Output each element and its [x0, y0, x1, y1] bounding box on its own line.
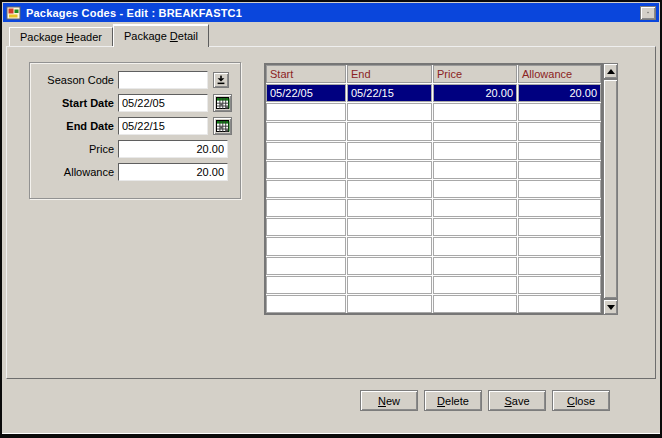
- table-cell[interactable]: [433, 122, 517, 140]
- end-date-label: End Date: [30, 120, 114, 132]
- table-cell[interactable]: [347, 295, 432, 313]
- table-cell[interactable]: [266, 276, 346, 294]
- calendar-icon[interactable]: [213, 94, 232, 112]
- allowance-label: Allowance: [30, 166, 114, 178]
- table-cell[interactable]: [347, 199, 432, 217]
- table-cell[interactable]: [518, 122, 601, 140]
- table-cell-selected[interactable]: 20.00: [518, 84, 601, 102]
- table-cell[interactable]: [266, 257, 346, 275]
- table-cell[interactable]: [266, 161, 346, 179]
- price-label: Price: [30, 143, 114, 155]
- column-header-end: End: [347, 65, 432, 83]
- table-cell[interactable]: [433, 199, 517, 217]
- season-code-label: Season Code: [30, 74, 114, 86]
- start-date-input[interactable]: [118, 94, 208, 112]
- close-button[interactable]: Close: [552, 390, 610, 411]
- table-cell[interactable]: [518, 257, 601, 275]
- table-cell[interactable]: [266, 142, 346, 160]
- table-cell[interactable]: [347, 237, 432, 255]
- table-cell[interactable]: [266, 295, 346, 313]
- dropdown-arrow-icon[interactable]: [213, 72, 229, 88]
- table-cell-selected[interactable]: 20.00: [433, 84, 517, 102]
- table-cell[interactable]: [347, 103, 432, 121]
- table-cell[interactable]: [347, 276, 432, 294]
- scroll-up-arrow-icon[interactable]: [603, 63, 618, 79]
- table-cell[interactable]: [266, 237, 346, 255]
- table-cell[interactable]: [266, 199, 346, 217]
- end-date-input[interactable]: [118, 117, 208, 135]
- table-cell[interactable]: [347, 122, 432, 140]
- allowance-input[interactable]: [118, 163, 228, 181]
- table-cell[interactable]: [433, 257, 517, 275]
- scrollbar-thumb[interactable]: [603, 79, 618, 299]
- tab-package-header[interactable]: Package Header: [9, 27, 113, 46]
- allowance-row: Allowance: [30, 163, 240, 181]
- table-scrollbar[interactable]: [603, 63, 618, 315]
- save-button[interactable]: Save: [488, 390, 546, 411]
- table-cell[interactable]: [266, 103, 346, 121]
- column-header-allowance: Allowance: [518, 65, 601, 83]
- table-cell[interactable]: [518, 142, 601, 160]
- table-cell[interactable]: [433, 142, 517, 160]
- season-code-row: Season Code: [30, 71, 240, 89]
- table-cell[interactable]: [266, 218, 346, 236]
- end-date-row: End Date: [30, 117, 240, 135]
- table-cell[interactable]: [433, 237, 517, 255]
- close-icon[interactable]: [640, 6, 656, 20]
- table-cell[interactable]: [433, 218, 517, 236]
- table-cell[interactable]: [266, 180, 346, 198]
- table-cell[interactable]: [518, 276, 601, 294]
- column-header-price: Price: [433, 65, 517, 83]
- table-cell[interactable]: [433, 180, 517, 198]
- tabstrip: Package Header Package Detail: [9, 24, 660, 46]
- table-cell[interactable]: [518, 237, 601, 255]
- table-cell[interactable]: [518, 295, 601, 313]
- table-cell[interactable]: [266, 122, 346, 140]
- table-cell[interactable]: [518, 199, 601, 217]
- start-date-label: Start Date: [30, 97, 114, 109]
- table-cell-selected[interactable]: 05/22/15: [347, 84, 432, 102]
- new-button[interactable]: New: [360, 390, 418, 411]
- app-icon: [6, 5, 22, 21]
- detail-form-groupbox: Season Code Start Date: [29, 62, 241, 199]
- table-cell[interactable]: [347, 257, 432, 275]
- table-cell[interactable]: [433, 161, 517, 179]
- calendar-icon[interactable]: [213, 117, 232, 135]
- table-cell[interactable]: [433, 276, 517, 294]
- package-detail-panel: Season Code Start Date: [6, 46, 656, 379]
- price-input[interactable]: [118, 140, 228, 158]
- table-cell[interactable]: [518, 218, 601, 236]
- table-cell-selected[interactable]: 05/22/05: [266, 84, 346, 102]
- table-cell[interactable]: [347, 142, 432, 160]
- season-code-input[interactable]: [118, 71, 208, 89]
- table-cell[interactable]: [433, 103, 517, 121]
- titlebar: Packages Codes - Edit : BREAKFASTC1: [3, 3, 659, 22]
- table-cell[interactable]: [518, 103, 601, 121]
- tab-package-detail[interactable]: Package Detail: [113, 24, 209, 47]
- table-cell[interactable]: [518, 180, 601, 198]
- column-header-start: Start: [266, 65, 346, 83]
- table-cell[interactable]: [347, 218, 432, 236]
- package-detail-table: StartEndPriceAllowance05/22/0505/22/1520…: [264, 63, 603, 315]
- window-title: Packages Codes - Edit : BREAKFASTC1: [26, 7, 242, 19]
- table-cell[interactable]: [347, 180, 432, 198]
- table-cell[interactable]: [518, 161, 601, 179]
- table-cell[interactable]: [347, 161, 432, 179]
- footer-button-bar: New Delete Save Close: [2, 390, 660, 411]
- delete-button[interactable]: Delete: [424, 390, 482, 411]
- price-row: Price: [30, 140, 240, 158]
- start-date-row: Start Date: [30, 94, 240, 112]
- packages-codes-window: Packages Codes - Edit : BREAKFASTC1 Pack…: [0, 0, 662, 438]
- table-cell[interactable]: [433, 295, 517, 313]
- scroll-down-arrow-icon[interactable]: [603, 299, 618, 315]
